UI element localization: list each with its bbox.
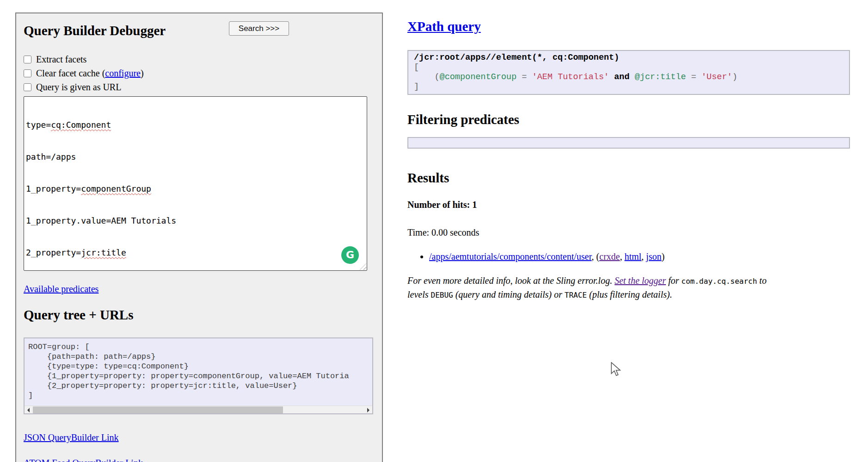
clear-facet-cache-label-post: ): [141, 68, 144, 78]
hint-text: (plus filtering details).: [587, 289, 672, 300]
available-predicates-link[interactable]: Available predicates: [24, 283, 375, 295]
horizontal-scrollbar[interactable]: [25, 406, 372, 413]
clear-facet-cache-row: Clear facet cache (configure): [24, 66, 375, 80]
result-separator: ,: [641, 251, 646, 262]
html-link[interactable]: html: [624, 251, 641, 262]
clear-facet-cache-label: Clear facet cache (configure): [36, 68, 144, 79]
logger-hint-text: For even more detailed info, look at the…: [407, 274, 837, 302]
xpath-str1: 'AEM Tutorials': [532, 72, 609, 82]
query-tree-heading: Query tree + URLs: [24, 307, 375, 323]
scroll-left-icon: [27, 408, 30, 412]
result-item: /apps/aemtutorials/components/content/us…: [429, 250, 850, 263]
options-group: Extract facets Clear facet cache (config…: [24, 52, 375, 94]
result-separator: ,: [620, 251, 624, 262]
query-builder-panel: Query Builder Debugger Search >>> Extrac…: [15, 12, 383, 462]
json-link[interactable]: json: [646, 251, 661, 262]
filtering-predicates-heading: Filtering predicates: [407, 112, 850, 127]
misspelled-text: jcr:title: [81, 248, 126, 257]
query-as-url-checkbox[interactable]: [24, 83, 31, 91]
query-line: 1_property=componentGroup: [26, 183, 365, 194]
hint-text: (query and timing details) or: [453, 289, 565, 300]
query-input[interactable]: type=cq:Component path=/apps 1_property=…: [24, 96, 367, 271]
xpath-line3: (@componentGroup = 'AEM Tutorials' and @…: [414, 72, 738, 82]
result-separator: , (: [591, 251, 599, 262]
query-line: path=/apps: [26, 151, 365, 162]
number-of-hits: Number of hits: 1: [407, 199, 850, 211]
xpath-line1: /jcr:root/apps//element(*, cq:Component): [414, 53, 619, 62]
xpath-close-paren: ): [732, 72, 737, 82]
results-column: XPath query /jcr:root/apps//element(*, c…: [407, 0, 850, 302]
extract-facets-checkbox[interactable]: [24, 56, 31, 63]
query-time: Time: 0.00 seconds: [407, 226, 850, 238]
hint-text: to: [757, 275, 767, 286]
result-path-link[interactable]: /apps/aemtutorials/components/content/us…: [429, 251, 591, 262]
query-line: 2_property=jcr:title: [26, 247, 365, 258]
xpath-and: and: [609, 72, 635, 82]
query-text: 1_property.value=AEM Tutorials: [26, 216, 176, 225]
query-text: 1_property=: [26, 184, 81, 194]
scroll-right-icon: [367, 408, 369, 412]
xpath-attr1: @componentGroup: [440, 72, 517, 82]
query-line: type=cq:Component: [26, 119, 365, 130]
grammarly-icon[interactable]: G: [341, 246, 359, 264]
atom-feed-querybuilder-link[interactable]: ATOM Feed QueryBuilder Link: [24, 457, 375, 462]
query-tree-code: ROOT=group: [ {path=path: path=/apps} {t…: [25, 338, 372, 400]
xpath-open-paren: (: [434, 72, 439, 82]
xpath-code-box: /jcr:root/apps//element(*, cq:Component)…: [407, 50, 850, 95]
panel-header: Query Builder Debugger Search >>>: [24, 23, 375, 38]
query-text: path=/apps: [26, 152, 76, 162]
query-tree-box: ROOT=group: [ {path=path: path=/apps} {t…: [24, 337, 373, 414]
textarea-resize-handle[interactable]: [360, 263, 366, 270]
hint-text: For even more detailed info, look at the…: [407, 275, 615, 286]
query-text: 2_property=: [26, 248, 81, 257]
xpath-str2: 'User': [702, 72, 733, 82]
extract-facets-label: Extract facets: [36, 54, 86, 65]
query-text: type=: [26, 120, 51, 130]
scrollbar-thumb[interactable]: [33, 406, 283, 413]
xpath-query-link[interactable]: XPath query: [407, 19, 481, 34]
set-the-logger-link[interactable]: Set the logger: [615, 275, 666, 286]
clear-facet-cache-checkbox[interactable]: [24, 69, 31, 77]
page-title: Query Builder Debugger: [24, 23, 166, 38]
query-line: 1_property.value=AEM Tutorials: [26, 215, 365, 226]
crxde-link[interactable]: crxde: [599, 251, 620, 262]
xpath-indent: [414, 72, 434, 82]
query-as-url-row: Query is given as URL: [24, 80, 375, 94]
filtering-predicates-box: [407, 137, 850, 149]
hint-text: for: [666, 275, 681, 286]
search-button[interactable]: Search >>>: [229, 21, 289, 36]
trace-level-code: TRACE: [565, 291, 587, 300]
result-close-paren: ): [661, 251, 665, 262]
package-name-code: com.day.cq.search: [681, 277, 757, 286]
mouse-cursor: [610, 362, 623, 377]
clear-facet-cache-label-pre: Clear facet cache (: [36, 68, 105, 78]
misspelled-text: componentGroup: [81, 184, 151, 194]
misspelled-text: cq:Component: [51, 120, 111, 130]
hint-text: levels: [407, 289, 431, 300]
results-list: /apps/aemtutorials/components/content/us…: [407, 250, 850, 263]
configure-link[interactable]: configure: [105, 68, 141, 78]
grammarly-letter: G: [346, 250, 354, 260]
scroll-right-button[interactable]: [364, 406, 372, 414]
extract-facets-row: Extract facets: [24, 52, 375, 66]
results-heading: Results: [407, 170, 850, 186]
xpath-line2: [: [414, 62, 419, 72]
json-querybuilder-link[interactable]: JSON QueryBuilder Link: [24, 431, 375, 443]
query-as-url-label: Query is given as URL: [36, 82, 121, 93]
scroll-left-button[interactable]: [25, 406, 32, 414]
debug-level-code: DEBUG: [431, 291, 453, 300]
xpath-attr2: @jcr:title: [634, 72, 686, 82]
xpath-eq1: =: [517, 72, 532, 82]
xpath-line4: ]: [414, 82, 419, 92]
xpath-eq2: =: [686, 72, 701, 82]
